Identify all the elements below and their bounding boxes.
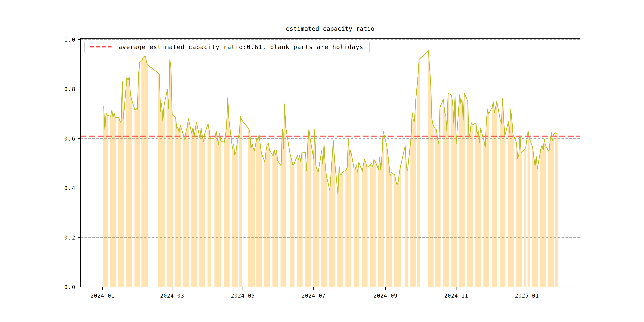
- workday-fill: [378, 131, 384, 287]
- workday-fill: [370, 160, 376, 287]
- y-tick-label: 1.0: [64, 36, 76, 43]
- x-tick-label: 2024-05: [231, 292, 255, 299]
- x-tick-label: 2024-11: [444, 292, 468, 299]
- workday-fill: [394, 166, 401, 287]
- workday-fill: [528, 131, 530, 287]
- workday-fill: [191, 122, 197, 287]
- workday-fill: [183, 119, 189, 287]
- chart-title: estimated capacity ratio: [80, 25, 580, 32]
- workday-fill: [548, 132, 554, 287]
- workday-fill: [329, 140, 335, 287]
- legend-box: average estimated capacity ratio:0.61, b…: [84, 41, 370, 53]
- workday-fill: [134, 62, 140, 287]
- figure: 2024-012024-032024-052024-072024-092024-…: [0, 0, 644, 322]
- workday-fill: [459, 93, 465, 287]
- workday-fill: [443, 93, 448, 287]
- x-tick-label: 2024-03: [160, 292, 184, 299]
- y-tick-label: 0.4: [64, 185, 76, 191]
- workday-fill: [103, 106, 108, 287]
- x-tick-label: 2024-07: [302, 292, 326, 299]
- x-tick-label: 2025-01: [515, 292, 539, 299]
- workday-fill: [280, 104, 286, 287]
- x-tick-label: 2024-09: [374, 292, 398, 299]
- workday-fill: [362, 160, 368, 287]
- y-tick-label: 0.2: [64, 234, 76, 241]
- workday-fill: [467, 101, 473, 287]
- y-tick-label: 0.8: [64, 86, 76, 92]
- workday-fill: [256, 134, 262, 287]
- workday-fill: [492, 101, 497, 287]
- workday-fill: [540, 139, 546, 287]
- workday-fill: [126, 77, 132, 287]
- workday-fill: [208, 124, 211, 287]
- workday-fill: [516, 134, 522, 287]
- workday-fill: [264, 143, 270, 287]
- workday-fill: [272, 150, 278, 287]
- workday-fill: [500, 99, 506, 287]
- legend-label: average estimated capacity ratio:0.61, b…: [118, 44, 363, 50]
- workday-fill: [239, 116, 242, 287]
- workday-fill: [141, 56, 148, 287]
- workday-fill: [555, 132, 558, 287]
- workday-fill: [248, 128, 255, 287]
- workday-fill: [524, 147, 526, 287]
- workday-fill: [110, 110, 116, 287]
- workday-fill: [435, 107, 440, 287]
- workday-fill: [418, 60, 420, 287]
- workday-fill: [175, 118, 181, 287]
- workday-fill: [214, 131, 222, 287]
- workday-fill: [346, 139, 351, 287]
- y-tick-label: 0.0: [64, 284, 76, 290]
- workday-fill: [297, 152, 302, 287]
- workday-fill: [232, 144, 238, 287]
- legend-dash-icon: [90, 46, 114, 48]
- workday-fill: [290, 156, 294, 287]
- workday-fill: [321, 144, 327, 287]
- workday-fill: [354, 162, 359, 287]
- workday-fill: [199, 128, 205, 287]
- y-tick-label: 0.6: [64, 136, 76, 142]
- x-tick-label: 2024-01: [91, 292, 115, 299]
- workday-fill: [475, 123, 481, 287]
